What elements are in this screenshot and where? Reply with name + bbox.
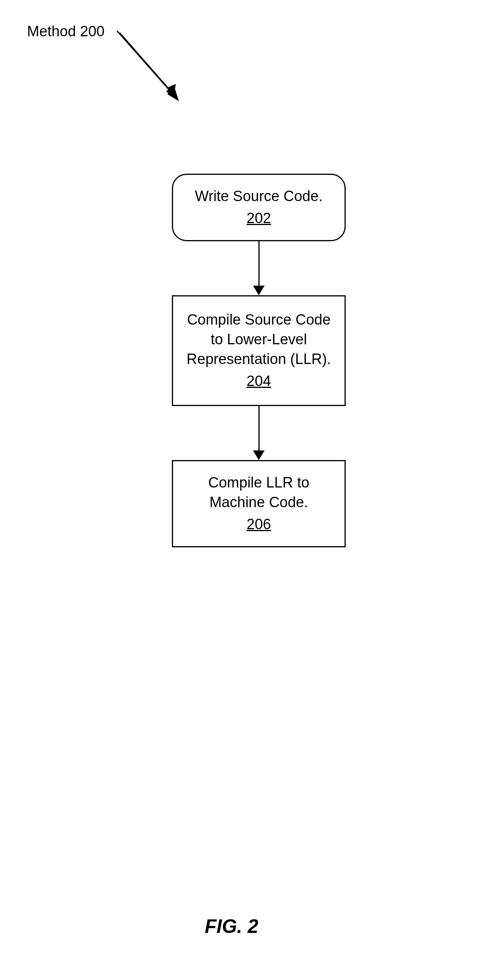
svg-line-3 (117, 31, 175, 96)
step-reference: 202 (181, 208, 337, 228)
arrow-down-icon (253, 241, 265, 295)
step-reference: 206 (181, 515, 337, 534)
step-reference: 204 (181, 371, 337, 391)
figure-label: FIG. 2 (205, 915, 258, 938)
svg-marker-4 (167, 86, 179, 101)
step-text: Compile LLR to Machine Code. (208, 474, 309, 510)
flowchart-step-3: Compile LLR to Machine Code. 206 (172, 460, 346, 547)
pointer-arrow-icon (114, 28, 199, 117)
step-text: Write Source Code. (195, 188, 323, 204)
flowchart-container: Write Source Code. 202 Compile Source Co… (166, 174, 351, 547)
method-label: Method 200 (27, 23, 105, 40)
arrow-down-icon (253, 406, 265, 460)
step-text: Compile Source Code to Lower-Level Repre… (187, 311, 331, 367)
flowchart-step-2: Compile Source Code to Lower-Level Repre… (172, 295, 346, 406)
flowchart-step-1: Write Source Code. 202 (172, 174, 346, 241)
